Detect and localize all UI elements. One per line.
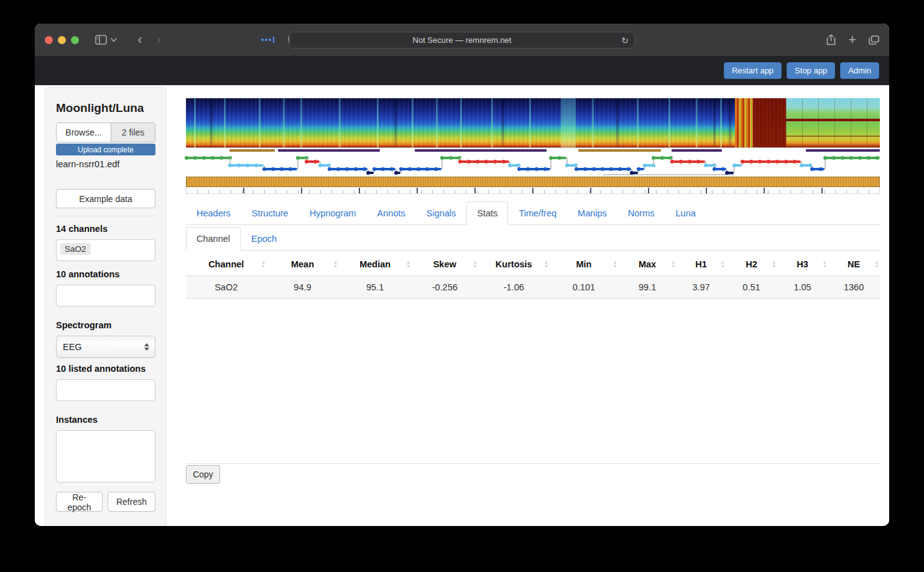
admin-button[interactable]: Admin [840, 62, 879, 79]
hypnogram-dot [228, 164, 232, 167]
column-header-h3[interactable]: H3▲▼ [777, 253, 828, 276]
sort-icon[interactable]: ▲▼ [612, 260, 617, 269]
channel-token[interactable]: SaO2 [60, 243, 91, 255]
channel-stats-table: Channel▲▼Mean▲▼Median▲▼Skew▲▼Kurtosis▲▼M… [186, 253, 880, 299]
extensions-icon[interactable] [261, 37, 274, 43]
tab-annots[interactable]: Annots [367, 201, 416, 225]
tab-structure[interactable]: Structure [241, 201, 299, 225]
tab-stats[interactable]: Stats [466, 201, 508, 225]
file-upload-control[interactable]: Browse... 2 files [56, 122, 155, 142]
hypnogram-dot [493, 160, 497, 164]
listed-annotations-label: 10 listed annotations [56, 364, 155, 374]
spectrogram-image[interactable] [186, 98, 880, 148]
zoom-window-icon[interactable] [71, 36, 79, 44]
stop-app-button[interactable]: Stop app [787, 62, 835, 79]
app-header: Restart app Stop app Admin [35, 56, 889, 85]
column-header-mean[interactable]: Mean▲▼ [266, 253, 338, 276]
column-header-skew[interactable]: Skew▲▼ [412, 253, 478, 276]
copy-button[interactable]: Copy [186, 465, 220, 484]
spectrogram-streak [436, 98, 438, 147]
tab-hypnogram[interactable]: Hypnogram [299, 201, 367, 225]
forward-button[interactable]: › [149, 32, 168, 48]
stats-header-row: Channel▲▼Mean▲▼Median▲▼Skew▲▼Kurtosis▲▼M… [186, 253, 880, 276]
column-header-h1[interactable]: H1▲▼ [677, 253, 726, 276]
reload-icon[interactable]: ↻ [621, 35, 629, 45]
instances-listbox[interactable] [56, 430, 155, 482]
table-cell: 95.1 [339, 276, 412, 299]
hypnogram-dot [254, 164, 258, 167]
tab-overview-icon[interactable] [869, 35, 879, 45]
browse-button[interactable]: Browse... [57, 123, 111, 142]
window-controls[interactable] [45, 36, 79, 44]
tab-luna[interactable]: Luna [665, 201, 706, 225]
column-header-kurtosis[interactable]: Kurtosis▲▼ [478, 253, 550, 276]
hypnogram-dot [280, 167, 284, 171]
spectrogram-channel-select[interactable]: EEG [56, 336, 155, 358]
tab-norms[interactable]: Norms [617, 201, 665, 225]
new-tab-icon[interactable]: + [848, 32, 856, 48]
sort-icon[interactable]: ▲▼ [874, 260, 879, 269]
column-header-channel[interactable]: Channel▲▼ [186, 253, 266, 276]
sidebar-toggle-icon[interactable] [95, 35, 107, 45]
example-data-button[interactable]: Example data [56, 189, 155, 208]
sidebar-divider [53, 216, 158, 216]
column-header-h2[interactable]: H2▲▼ [726, 253, 777, 276]
hypnogram-dot [484, 160, 488, 164]
sort-icon[interactable]: ▲▼ [261, 260, 266, 269]
subtab-channel[interactable]: Channel [186, 227, 241, 251]
stats-subtabs: ChannelEpoch [186, 227, 880, 251]
sort-icon[interactable]: ▲▼ [720, 260, 725, 269]
table-cell: 1360 [828, 276, 880, 299]
spectrogram-streak [592, 98, 594, 147]
tab-time-freq[interactable]: Time/freq [508, 201, 567, 225]
column-header-min[interactable]: Min▲▼ [550, 253, 618, 276]
restart-app-button[interactable]: Restart app [724, 62, 782, 79]
spectrogram-streak [259, 98, 261, 147]
spectrogram-streak [696, 98, 698, 147]
hypnogram-dot [679, 160, 683, 164]
tab-headers[interactable]: Headers [186, 201, 241, 225]
hypnogram-dot [793, 160, 797, 164]
sort-icon[interactable]: ▲▼ [406, 260, 411, 269]
hypnogram-dot [372, 167, 376, 171]
column-header-ne[interactable]: NE▲▼ [828, 253, 880, 276]
app-title: Moonlight/Luna [56, 101, 155, 115]
hypnogram-dot [784, 160, 788, 164]
hypnogram-dot [381, 167, 385, 171]
sidebar-chevron-icon[interactable] [111, 38, 117, 42]
refresh-button[interactable]: Refresh [108, 492, 155, 512]
annotation-bar [415, 149, 547, 152]
timeline-band [186, 177, 880, 187]
sort-icon[interactable]: ▲▼ [333, 260, 338, 269]
re-epoch-button[interactable]: Re-epoch [56, 492, 103, 512]
column-header-median[interactable]: Median▲▼ [339, 253, 412, 276]
sort-icon[interactable]: ▲▼ [473, 260, 478, 269]
tab-signals[interactable]: Signals [416, 201, 467, 225]
hypnogram[interactable] [186, 153, 880, 177]
sort-icon[interactable]: ▲▼ [671, 260, 676, 269]
hypnogram-dot [202, 156, 206, 160]
column-header-max[interactable]: Max▲▼ [618, 253, 677, 276]
channels-select-input[interactable]: SaO2 [56, 239, 155, 261]
close-window-icon[interactable] [45, 36, 53, 44]
hypnogram-dot [583, 167, 587, 171]
sort-icon[interactable]: ▲▼ [544, 260, 549, 269]
back-button[interactable]: ‹ [131, 32, 149, 48]
annotations-select-input[interactable] [56, 285, 155, 307]
minimize-window-icon[interactable] [58, 36, 66, 44]
table-row[interactable]: SaO294.995.1-0.256-1.060.10199.13.970.51… [186, 276, 880, 299]
table-cell: 99.1 [618, 276, 677, 299]
share-icon[interactable] [826, 34, 836, 45]
browser-toolbar: ‹ › Not Secure — remnrem.net ↻ + [35, 24, 889, 56]
sort-icon[interactable]: ▲▼ [772, 260, 777, 269]
annotation-bar [806, 149, 880, 152]
subtab-epoch[interactable]: Epoch [241, 227, 287, 251]
hypnogram-dot [565, 164, 569, 167]
hypnogram-dot [394, 171, 398, 175]
address-bar[interactable]: Not Secure — remnrem.net ↻ [289, 32, 635, 48]
listed-annotations-input[interactable] [56, 379, 155, 401]
table-cell: 0.101 [550, 276, 618, 299]
tab-manips[interactable]: Manips [567, 201, 617, 225]
spectrogram-right-region [786, 98, 880, 147]
sort-icon[interactable]: ▲▼ [822, 260, 827, 269]
